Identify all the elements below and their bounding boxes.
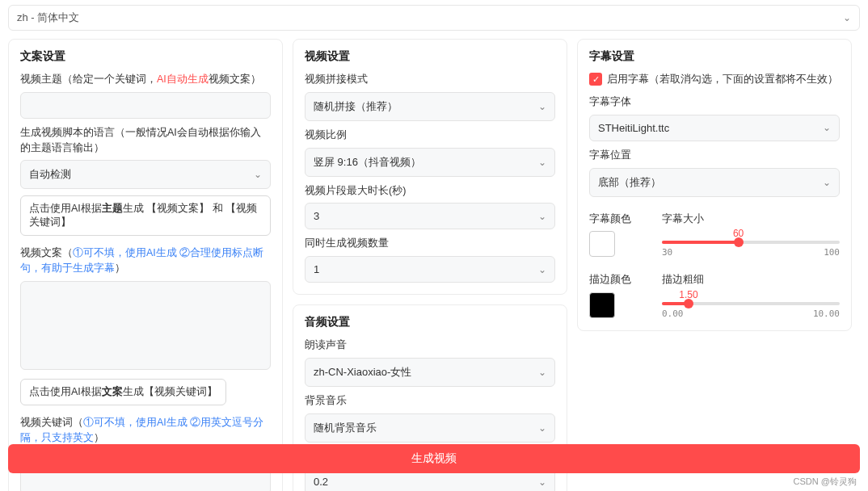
generate-video-button[interactable]: 生成视频 [8,444,860,473]
font-size-label: 字幕大小 [662,212,840,227]
concat-mode-label: 视频拼接模式 [305,72,555,87]
check-icon: ✓ [592,74,600,85]
font-color-label: 字幕颜色 [589,212,646,227]
chevron-down-icon: ⌄ [538,422,546,434]
video-settings-title: 视频设置 [305,49,555,64]
font-size-slider[interactable]: 60 [662,241,840,244]
video-copy-textarea[interactable] [20,281,271,370]
subtitle-settings-title: 字幕设置 [589,49,840,64]
stroke-color-label: 描边颜色 [589,272,646,287]
stroke-width-min: 0.00 [662,308,684,319]
chevron-down-icon: ⌄ [538,157,546,168]
subtitle-pos-value: 底部（推荐） [598,175,661,190]
video-copy-label: 视频文案（①可不填，使用AI生成 ②合理使用标点断句，有助于生成字幕） [20,246,271,276]
bgm-label: 背景音乐 [305,393,555,409]
language-label: zh - 简体中文 [17,10,79,25]
subtitle-font-value: STHeitiLight.ttc [598,122,669,134]
enable-subtitle-label: 启用字幕（若取消勾选，下面的设置都将不生效） [607,72,838,86]
stroke-width-max: 10.00 [813,308,840,319]
font-size-max: 100 [824,247,840,258]
text-settings-card: 文案设置 视频主题（给定一个关键词，AI自动生成视频文案） 生成视频脚本的语言（… [8,39,283,491]
concat-mode-select[interactable]: 随机拼接（推荐） ⌄ [305,92,555,121]
video-topic-input[interactable] [20,92,271,119]
chevron-down-icon: ⌄ [538,264,546,275]
font-color-swatch[interactable] [589,231,615,257]
voice-value: zh-CN-Xiaoxiao-女性 [314,365,411,380]
voice-select[interactable]: zh-CN-Xiaoxiao-女性 ⌄ [305,358,555,387]
chevron-down-icon: ⌄ [538,476,546,488]
script-lang-select[interactable]: 自动检测 ⌄ [20,160,271,189]
video-count-value: 1 [314,263,319,275]
subtitle-font-select[interactable]: STHeitiLight.ttc ⌄ [589,115,840,141]
chevron-down-icon: ⌄ [538,101,546,112]
subtitle-settings-card: 字幕设置 ✓ 启用字幕（若取消勾选，下面的设置都将不生效） 字幕字体 STHei… [577,39,852,331]
video-ratio-label: 视频比例 [305,128,555,143]
language-select[interactable]: zh - 简体中文 ⌄ [8,5,860,31]
chevron-down-icon: ⌄ [823,122,831,133]
chevron-down-icon: ⌄ [538,367,546,378]
chevron-down-icon: ⌄ [254,169,262,180]
gen-from-copy-button[interactable]: 点击使用AI根据文案生成【视频关键词】 [20,379,226,405]
script-lang-value: 自动检测 [29,167,71,182]
bgm-volume-value: 0.2 [314,476,328,488]
subtitle-pos-label: 字幕位置 [589,148,840,163]
enable-subtitle-row[interactable]: ✓ 启用字幕（若取消勾选，下面的设置都将不生效） [589,72,840,86]
chevron-down-icon: ⌄ [538,211,546,222]
chevron-down-icon: ⌄ [843,12,851,23]
bgm-select[interactable]: 随机背景音乐 ⌄ [305,413,555,443]
text-settings-title: 文案设置 [20,49,271,64]
bgm-value: 随机背景音乐 [314,421,377,435]
subtitle-font-label: 字幕字体 [589,94,840,110]
main-columns: 文案设置 视频主题（给定一个关键词，AI自动生成视频文案） 生成视频脚本的语言（… [0,39,868,491]
video-keywords-label: 视频关键词（①可不填，使用AI生成 ②用英文逗号分隔，只支持英文） [20,415,271,446]
script-lang-label: 生成视频脚本的语言（一般情况AI会自动根据你输入的主题语言输出） [20,125,271,156]
clip-duration-value: 3 [314,210,319,222]
audio-settings-title: 音频设置 [305,315,555,329]
video-count-select[interactable]: 1 ⌄ [305,256,555,283]
chevron-down-icon: ⌄ [823,177,831,188]
generate-video-label: 生成视频 [411,451,457,464]
footer-credit: CSDN @铃灵狗 [794,476,857,488]
subtitle-pos-select[interactable]: 底部（推荐） ⌄ [589,168,840,197]
video-topic-label: 视频主题（给定一个关键词，AI自动生成视频文案） [20,72,271,87]
stroke-color-swatch[interactable] [589,292,615,318]
concat-mode-value: 随机拼接（推荐） [314,99,398,114]
stroke-width-label: 描边粗细 [662,272,840,287]
voice-label: 朗读声音 [305,338,555,353]
gen-from-topic-button[interactable]: 点击使用AI根据主题生成 【视频文案】 和 【视频关键词】 [20,195,271,236]
stroke-width-slider[interactable]: 1.50 [662,302,840,305]
video-settings-card: 视频设置 视频拼接模式 随机拼接（推荐） ⌄ 视频比例 竖屏 9:16（抖音视频… [293,39,567,295]
clip-duration-select[interactable]: 3 ⌄ [305,203,555,229]
clip-duration-label: 视频片段最大时长(秒) [305,183,555,199]
video-ratio-value: 竖屏 9:16（抖音视频） [314,155,421,170]
font-size-min: 30 [662,247,672,258]
video-ratio-select[interactable]: 竖屏 9:16（抖音视频） ⌄ [305,148,555,177]
enable-subtitle-checkbox[interactable]: ✓ [589,73,602,86]
video-count-label: 同时生成视频数量 [305,236,555,251]
